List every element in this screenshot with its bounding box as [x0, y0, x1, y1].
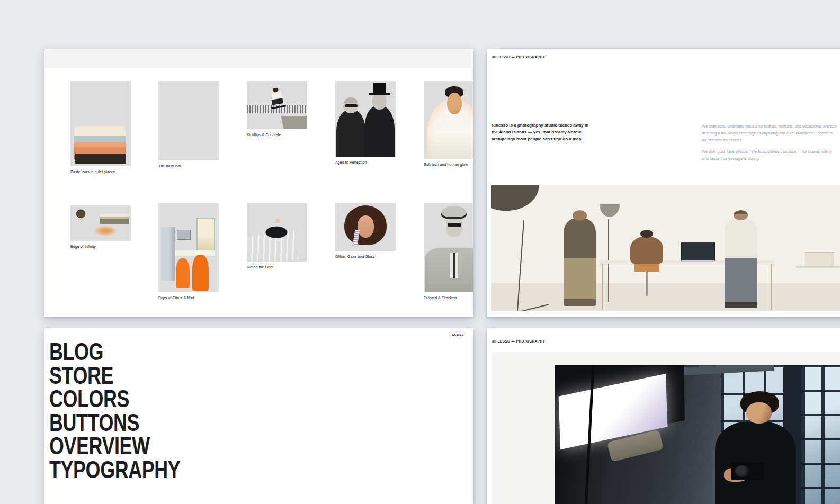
camera-art-shape	[731, 462, 764, 481]
menu-row: BUTTONS	[49, 411, 217, 435]
menu-item-typography[interactable]: TYPOGRAPHY	[49, 458, 180, 482]
brand-wordmark[interactable]: RIFLESSO — PHOTOGRAPHY	[492, 55, 545, 59]
menu-row: BLOG	[49, 340, 217, 364]
menu-row: OVERVIEW	[49, 434, 217, 458]
gallery-item-aged-perfection[interactable]: Aged to Perfection	[335, 81, 396, 165]
fridge-art-shape	[161, 227, 175, 281]
gallery-caption: Pops of Citrus & Mint	[158, 295, 219, 300]
about-page-panel: RIFLESSO — PHOTOGRAPHY Riflesso is a pho…	[487, 49, 840, 317]
box-art-shape	[805, 252, 835, 267]
gallery-item-tailored-timeless[interactable]: Tailored & Timeless	[424, 203, 473, 300]
hero-content-area	[492, 352, 840, 504]
softbox-art-shape	[598, 204, 621, 222]
gallery-item-glitter-gaze[interactable]: Glitter, Gaze and Gloss	[335, 203, 396, 259]
person-standing-art-shape	[564, 218, 596, 306]
menu-item-colors[interactable]: COLORS	[49, 387, 129, 411]
menu-item-blog[interactable]: BLOG	[49, 340, 103, 364]
gallery-caption: Glitter, Gaze and Gloss	[335, 254, 396, 259]
body-line: no patience for clichés.	[702, 137, 837, 143]
menu-row: STORE	[49, 364, 217, 388]
gallery-caption: Tailored & Timeless	[424, 295, 473, 300]
menu-item-overview[interactable]: OVERVIEW	[49, 434, 150, 458]
menu-row: TYPOGRAPHY	[49, 458, 217, 482]
skater-art-shape	[267, 86, 287, 109]
window-art-shape	[801, 365, 840, 504]
suit-art-shape	[425, 248, 473, 292]
studio-hero-panel: RIFLESSO — PHOTOGRAPHY	[487, 328, 840, 504]
gallery-photo-pastel-van[interactable]	[70, 81, 131, 166]
gallery-photo-kitchen[interactable]	[158, 203, 219, 292]
about-intro-paragraph: Riflesso is a photography studio tucked …	[492, 122, 588, 142]
gallery-photo-bread[interactable]	[158, 81, 219, 160]
orange-chair-art-shape	[176, 258, 190, 287]
brand-wordmark[interactable]: RIFLESSO — PHOTOGRAPHY	[492, 339, 545, 343]
gallery-caption: The daily loaf	[158, 164, 219, 168]
close-button[interactable]: CLOSE	[452, 333, 464, 336]
umbrella-light-art-shape	[491, 185, 570, 258]
ramp-shadow-art-shape	[263, 116, 307, 129]
gallery-caption: Edge of Infinity	[70, 244, 131, 249]
microwave-art-shape	[177, 230, 191, 240]
photographer-portrait-photo	[555, 365, 840, 504]
gallery-item-soft-tech[interactable]: Soft tech and human glow	[424, 81, 473, 167]
sunglasses-art-shape	[448, 223, 461, 227]
gallery-photo-edge-infinity[interactable]	[70, 205, 131, 241]
design-canvas: { "gallery_panel": { "items": [ {"captio…	[0, 0, 840, 504]
gallery-photo-surfer[interactable]	[247, 203, 307, 262]
face-art-shape	[746, 402, 772, 424]
studio-team-photo	[491, 185, 840, 311]
tree-art-shape	[73, 208, 89, 224]
tripod-leg-art-shape	[503, 304, 549, 311]
figure-right-art-shape	[364, 105, 395, 157]
gallery-caption: Aged to Perfection	[335, 160, 396, 165]
figure-left-art-shape	[336, 110, 365, 157]
gallery-header-bar	[44, 49, 473, 68]
body-line: We craft bold, cinematic visuals for bra…	[702, 123, 837, 130]
menu-item-store[interactable]: STORE	[49, 364, 113, 388]
main-menu: BLOG STORE COLORS BUTTONS OVERVIEW TYPOG…	[49, 340, 217, 481]
face-art-shape	[358, 215, 374, 237]
paragraph-gap	[702, 143, 837, 148]
house-art-shape	[100, 214, 129, 224]
menu-item-buttons[interactable]: BUTTONS	[49, 411, 139, 435]
gallery-item-edge-infinity[interactable]: Edge of Infinity	[70, 205, 131, 249]
body-line: directing a full-blown campaign or captu…	[702, 130, 837, 137]
about-body-copy: We craft bold, cinematic visuals for bra…	[702, 123, 837, 162]
gallery-item-riding-light[interactable]: Riding the Light	[247, 203, 307, 269]
counter-art-shape	[175, 250, 215, 256]
imac-art-shape	[681, 242, 715, 262]
gallery-photo-soft-tech[interactable]	[424, 81, 473, 159]
van-wheels-art-shape	[75, 154, 126, 164]
gallery-caption: Riding the Light	[247, 265, 307, 269]
intro-line: Riflesso is a photography studio tucked …	[492, 122, 588, 129]
hat-art-shape	[441, 206, 467, 219]
person-standing-art-shape	[725, 218, 757, 309]
gallery-caption: Kickflips & Concrete	[247, 132, 307, 137]
gallery-item-daily-loaf[interactable]: The daily loaf	[158, 81, 219, 168]
intro-line: the Åland Islands — yes, that dreamy Nor…	[492, 129, 588, 136]
gallery-item-kickflips[interactable]: Kickflips & Concrete	[247, 81, 307, 137]
gallery-caption: Pastel cars in quiet places	[70, 169, 131, 174]
gallery-page-panel: Pastel cars in quiet places The daily lo…	[44, 49, 473, 317]
pool-glow-art-shape	[93, 226, 118, 236]
gallery-photo-glitter[interactable]	[335, 203, 396, 251]
gallery-photo-tailored[interactable]	[424, 203, 473, 292]
gallery-item-citrus-mint[interactable]: Pops of Citrus & Mint	[158, 203, 219, 300]
gallery-item-pastel-cars[interactable]: Pastel cars in quiet places	[70, 81, 131, 174]
gallery-caption: Soft tech and human glow	[424, 162, 473, 167]
face-art-shape	[447, 93, 461, 114]
gallery-photo-skate[interactable]	[247, 81, 307, 129]
menu-overlay-panel: CLOSE BLOG STORE COLORS BUTTONS OVERVIEW…	[44, 328, 473, 504]
gallery-photo-couple[interactable]	[335, 81, 396, 157]
shirt-tie-art-shape	[450, 253, 458, 278]
surfer-art-shape	[263, 219, 292, 243]
menu-row: COLORS	[49, 387, 217, 411]
body-line: We don’t just “take photos.” We build st…	[702, 148, 837, 155]
window-art-shape	[196, 218, 215, 251]
body-line: who know that average is boring.	[702, 155, 837, 162]
intro-line: archipelago most people can’t find on a …	[492, 136, 588, 142]
person-seated-art-shape	[630, 237, 663, 264]
orange-chair-art-shape	[192, 255, 209, 290]
chair-art-shape	[634, 264, 659, 302]
